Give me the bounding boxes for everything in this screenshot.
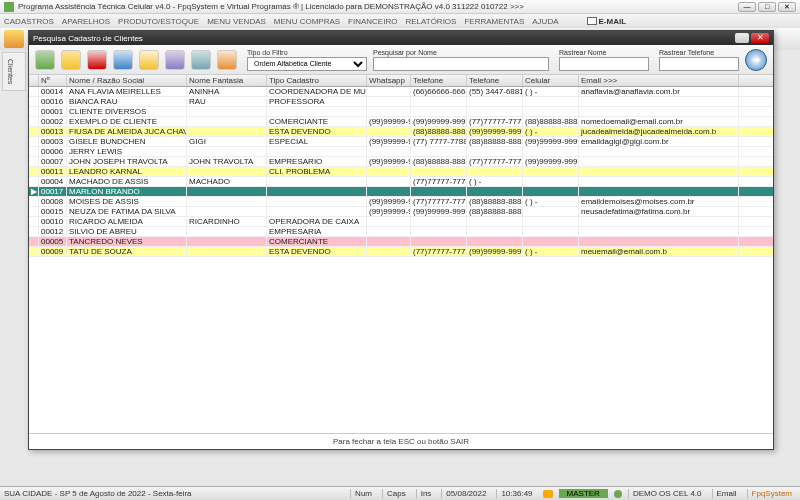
- statusbar: SUA CIDADE - SP 5 de Agosto de 2022 - Se…: [0, 486, 800, 500]
- app-icon: [4, 2, 14, 12]
- sidebar-tab-clientes[interactable]: Clientes: [5, 55, 16, 88]
- window-titlebar: Programa Assistência Técnica Celular v4.…: [0, 0, 800, 14]
- filter-select[interactable]: Ordem Alfabetica Cliente: [247, 57, 367, 71]
- menu-compras[interactable]: MENU COMPRAS: [274, 17, 340, 26]
- refresh-button[interactable]: [113, 50, 133, 70]
- table-row[interactable]: 00002EXEMPLO DE CLIENTECOMERCIANTE(99)99…: [29, 117, 773, 127]
- rastrear-nome-label: Rastrear Nome: [559, 49, 649, 56]
- col-tel2[interactable]: Telefone: [467, 75, 523, 86]
- rastrear-tel-label: Rastrear Telefone: [659, 49, 739, 56]
- col-razao[interactable]: Nome / Razão Social: [67, 75, 187, 86]
- rastrear-tel-input[interactable]: [659, 57, 739, 71]
- table-row[interactable]: 00001CLIENTE DIVERSOS: [29, 107, 773, 117]
- table-row[interactable]: 00012SILVIO DE ABREUEMPRESARIA: [29, 227, 773, 237]
- go-button[interactable]: ➔: [745, 49, 767, 71]
- col-celular[interactable]: Celular: [523, 75, 579, 86]
- close-button[interactable]: ✕: [778, 2, 796, 12]
- email-button[interactable]: E-MAIL: [587, 17, 627, 26]
- menu-vendas[interactable]: MENU VENDAS: [207, 17, 266, 26]
- add-button[interactable]: [35, 50, 55, 70]
- status-led-icon: [543, 490, 553, 498]
- modal-close-button[interactable]: ✕: [751, 33, 769, 43]
- search-modal: Pesquisa Cadastro de Clientes ✕ Tipo do …: [28, 30, 774, 450]
- col-numero[interactable]: Nº: [39, 75, 67, 86]
- grid-header: Nº Nome / Razão Social Nome Fantasia Tip…: [29, 75, 773, 87]
- table-row[interactable]: 00007JOHN JOSEPH TRAVOLTAJOHN TRAVOLTAEM…: [29, 157, 773, 167]
- data-grid: Nº Nome / Razão Social Nome Fantasia Tip…: [29, 75, 773, 433]
- status-email[interactable]: Email: [712, 489, 741, 498]
- menu-financeiro[interactable]: FINANCEIRO: [348, 17, 397, 26]
- col-fantasia[interactable]: Nome Fantasia: [187, 75, 267, 86]
- modal-toolbar: Tipo do Filtro Ordem Alfabetica Cliente …: [29, 45, 773, 75]
- table-row[interactable]: 00003GISELE BUNDCHENGIGIESPECIAL(99)9999…: [29, 137, 773, 147]
- table-row[interactable]: 00015NEUZA DE FATIMA DA SILVA(99)99999-9…: [29, 207, 773, 217]
- print-button[interactable]: [191, 50, 211, 70]
- mail-button[interactable]: [217, 50, 237, 70]
- search-input[interactable]: [373, 57, 549, 71]
- search-label: Pesquisar por Nome: [373, 49, 549, 56]
- table-row[interactable]: 00006JERRY LEWIS: [29, 147, 773, 157]
- status-date: 05/08/2022: [441, 489, 490, 498]
- menu-ferramentas[interactable]: FERRAMENTAS: [464, 17, 524, 26]
- toolbar-icon[interactable]: [4, 30, 24, 48]
- report-button[interactable]: [165, 50, 185, 70]
- status-num: Num: [350, 489, 376, 498]
- status-ins: Ins: [416, 489, 436, 498]
- modal-title: Pesquisa Cadastro de Clientes: [33, 34, 735, 43]
- table-row[interactable]: 00014ANA FLAVIA MEIRELLESANINHACOORDENAD…: [29, 87, 773, 97]
- menu-produto[interactable]: PRODUTO/ESTOQUE: [118, 17, 199, 26]
- modal-footer: Para fechar a tela ESC ou botão SAIR: [29, 433, 773, 449]
- status-dot-icon: [614, 490, 622, 498]
- menu-relatorios[interactable]: RELATÓRIOS: [405, 17, 456, 26]
- status-caps: Caps: [382, 489, 410, 498]
- status-city: SUA CIDADE - SP 5 de Agosto de 2022 - Se…: [4, 489, 192, 498]
- status-sys[interactable]: FpqSystem: [747, 489, 796, 498]
- menubar: CADASTROS APARELHOS PRODUTO/ESTOQUE MENU…: [0, 14, 800, 28]
- edit-button[interactable]: [61, 50, 81, 70]
- table-row[interactable]: 00011LEANDRO KARNALCLI. PROBLEMA: [29, 167, 773, 177]
- rastrear-nome-input[interactable]: [559, 57, 649, 71]
- table-row[interactable]: 00005TANCREDO NEVESCOMERCIANTE: [29, 237, 773, 247]
- status-time: 10:36:49: [496, 489, 536, 498]
- menu-aparelhos[interactable]: APARELHOS: [62, 17, 110, 26]
- modal-minimize-button[interactable]: [735, 33, 749, 43]
- col-tel1[interactable]: Telefone: [411, 75, 467, 86]
- window-title: Programa Assistência Técnica Celular v4.…: [18, 2, 738, 11]
- table-row[interactable]: 00009TATU DE SOUZAESTA DEVENDO(77)77777-…: [29, 247, 773, 257]
- copy-button[interactable]: [139, 50, 159, 70]
- table-row[interactable]: ▶00017MARLON BRANDO: [29, 187, 773, 197]
- menu-cadastros[interactable]: CADASTROS: [4, 17, 54, 26]
- table-row[interactable]: 00016BIANCA RAURAUPROFESSORA: [29, 97, 773, 107]
- col-whatsapp[interactable]: Whatsapp: [367, 75, 411, 86]
- table-row[interactable]: 00004MACHADO DE ASSISMACHADO(77)77777-77…: [29, 177, 773, 187]
- col-tipo[interactable]: Tipo Cadastro: [267, 75, 367, 86]
- modal-titlebar: Pesquisa Cadastro de Clientes ✕: [29, 31, 773, 45]
- menu-ajuda[interactable]: AJUDA: [532, 17, 558, 26]
- status-master: MASTER: [559, 489, 608, 498]
- col-email[interactable]: Email >>>: [579, 75, 739, 86]
- status-demo: DEMO OS CEL 4.0: [628, 489, 706, 498]
- filter-label: Tipo do Filtro: [247, 49, 367, 56]
- maximize-button[interactable]: □: [758, 2, 776, 12]
- envelope-icon: [587, 17, 597, 25]
- minimize-button[interactable]: —: [738, 2, 756, 12]
- table-row[interactable]: 00010RICARDO ALMEIDARICARDINHOOPERADORA …: [29, 217, 773, 227]
- table-row[interactable]: 00013FIUSA DE ALMEIDA JUCA CHAVESESTA DE…: [29, 127, 773, 137]
- sidebar: Clientes: [2, 52, 26, 91]
- delete-button[interactable]: [87, 50, 107, 70]
- table-row[interactable]: 00008MOISES DE ASSIS(99)99999-9999(77)77…: [29, 197, 773, 207]
